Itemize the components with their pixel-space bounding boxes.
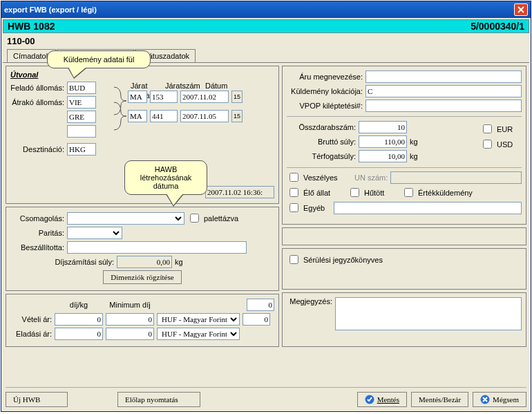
paritas-select[interactable] <box>67 227 122 239</box>
titlebar: export FWB (export / légi) <box>1 1 531 18</box>
route-title: Útvonal <box>10 70 274 79</box>
eloallat-checkbox[interactable] <box>289 188 298 197</box>
pricing-box: díj/kg Minimum díj Vételi ár: HUF - Magy… <box>6 294 279 347</box>
j2-date-picker[interactable]: 15 <box>231 110 243 122</box>
callout-tabs: Küldemény adatai fül <box>47 50 151 68</box>
close-icon <box>517 6 524 13</box>
osszdarab-input[interactable] <box>359 121 407 133</box>
dimenziok-button[interactable]: Dimenziók rögzítése <box>103 270 181 284</box>
description-box: Áru megnevezése: Küldemény lokációja: VP… <box>282 66 526 225</box>
j2-utvonal[interactable] <box>128 110 147 122</box>
callout-date: HAWB létrehozásának dátuma <box>124 160 207 195</box>
vpop-input[interactable] <box>365 100 522 112</box>
atrako3-input[interactable] <box>67 125 96 138</box>
hwb-number: HWB 1082 <box>8 21 55 32</box>
veteliar-mindij[interactable] <box>106 313 154 326</box>
dijsuly-field <box>117 256 172 268</box>
eladasiar-currency[interactable]: HUF - Magyar Forint <box>157 328 240 340</box>
packaging-box: Csomagolás: palettázva Paritás: Beszállí… <box>6 207 279 291</box>
header-ref: 5/0000340/1 <box>471 21 524 32</box>
sub-header: 110-00 <box>3 33 529 49</box>
close-button[interactable] <box>514 3 528 16</box>
brutto-input[interactable] <box>359 135 407 148</box>
beszallitotta-input[interactable] <box>67 241 247 254</box>
check-icon <box>365 395 374 404</box>
header-bar: HWB 1082 5/0000340/1 <box>3 19 529 33</box>
ertek-checkbox[interactable] <box>404 188 413 197</box>
csomagolas-select[interactable] <box>67 212 184 225</box>
megsem-button[interactable]: Mégsem <box>473 392 526 407</box>
letrehozva-field <box>205 186 274 198</box>
extra1-input[interactable] <box>247 299 274 311</box>
note-box: Megjegyzés: <box>282 292 526 347</box>
eur-checkbox[interactable] <box>483 124 492 133</box>
uj-hwb-button[interactable]: Új HWB <box>6 392 68 407</box>
damage-box: Sérülési jegyzőkönyves <box>282 248 526 290</box>
j1-date-picker[interactable]: 15 <box>231 91 243 103</box>
serulesi-checkbox[interactable] <box>289 255 298 264</box>
j2-datum[interactable] <box>180 110 229 122</box>
footer-bar: Új HWB Előlap nyomtatás Mentés Mentés/Be… <box>6 387 526 407</box>
elolap-button[interactable]: Előlap nyomtatás <box>117 392 200 407</box>
palettazva-checkbox[interactable] <box>190 214 199 223</box>
felado-input[interactable] <box>67 82 96 94</box>
veteliar-currency[interactable]: HUF - Magyar Forint <box>157 313 240 326</box>
atrako1-input[interactable] <box>67 96 96 109</box>
j1-szam[interactable] <box>150 91 178 103</box>
deszt-input[interactable] <box>67 143 96 156</box>
eladasiar-mindij[interactable] <box>106 328 154 340</box>
j2-szam[interactable] <box>150 110 178 122</box>
eladasiar-dijkg[interactable] <box>55 328 103 340</box>
j1-datum[interactable] <box>180 91 229 103</box>
veszelyes-checkbox[interactable] <box>289 173 298 182</box>
terfogat-input[interactable] <box>359 150 407 162</box>
mentes-bezar-button[interactable]: Mentés/Bezár <box>411 392 468 407</box>
atrako2-input[interactable] <box>67 111 96 123</box>
egyeb-input[interactable] <box>334 202 522 214</box>
j1-utvonal[interactable] <box>128 91 147 103</box>
hutott-checkbox[interactable] <box>350 188 359 197</box>
lokacio-input[interactable] <box>365 85 522 97</box>
bracket-icon <box>114 82 128 137</box>
spacer-box <box>282 227 526 245</box>
megjegyzes-textarea[interactable] <box>335 297 522 330</box>
cancel-icon <box>480 395 490 404</box>
aru-input[interactable] <box>365 70 522 83</box>
unszam-input <box>390 171 522 184</box>
usd-checkbox[interactable] <box>483 140 492 149</box>
extra2-input[interactable] <box>243 313 270 326</box>
veteliar-dijkg[interactable] <box>55 313 103 326</box>
window-title: export FWB (export / légi) <box>4 6 514 14</box>
egyeb-checkbox[interactable] <box>289 203 298 212</box>
mentes-button[interactable]: Mentés <box>357 392 407 407</box>
